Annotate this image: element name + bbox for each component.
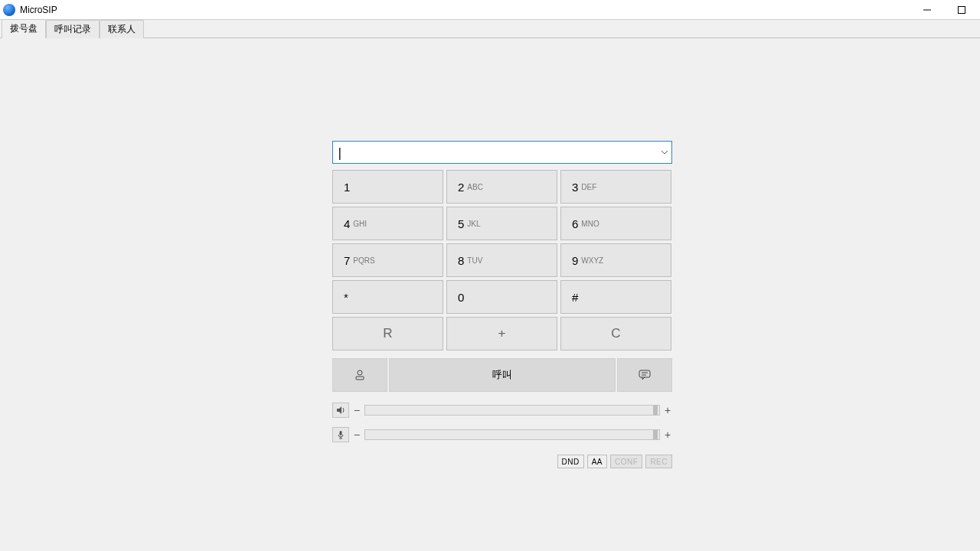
toggle-conf[interactable]: CONF — [610, 455, 642, 468]
key-clear[interactable]: C — [560, 317, 671, 350]
microphone-icon — [336, 430, 345, 439]
text-caret: | — [333, 145, 344, 160]
title-bar: MicroSIP — [0, 0, 980, 20]
speaker-plus[interactable]: + — [663, 404, 672, 416]
key-7[interactable]: 7PQRS — [332, 243, 443, 277]
key-star[interactable]: * — [332, 280, 443, 314]
chevron-down-icon — [662, 151, 668, 155]
key-3[interactable]: 3DEF — [560, 170, 671, 204]
message-button[interactable] — [617, 358, 672, 392]
speaker-slider-thumb[interactable] — [653, 406, 658, 415]
call-button-label: 呼叫 — [492, 368, 512, 382]
dialer-panel: | 1 2ABC 3DEF 4GHI 5JKL 6MNO 7PQRS 8TUV … — [332, 141, 672, 468]
toggle-dnd[interactable]: DND — [557, 455, 584, 468]
toggle-rec[interactable]: REC — [645, 455, 672, 468]
call-button[interactable]: 呼叫 — [389, 358, 616, 392]
svg-point-3 — [358, 370, 362, 375]
tab-label: 呼叫记录 — [54, 24, 91, 34]
key-redial[interactable]: R — [332, 317, 443, 350]
key-6[interactable]: 6MNO — [560, 207, 671, 240]
mic-plus[interactable]: + — [663, 429, 672, 441]
mic-slider[interactable] — [364, 429, 660, 440]
video-call-icon — [354, 370, 366, 380]
window-title: MicroSIP — [20, 5, 910, 15]
call-row: 呼叫 — [332, 358, 672, 392]
mic-slider-thumb[interactable] — [653, 430, 658, 439]
mic-volume-row: − + — [332, 427, 672, 442]
tab-call-log[interactable]: 呼叫记录 — [46, 20, 100, 38]
svg-rect-4 — [639, 370, 650, 377]
minimize-icon — [923, 6, 931, 14]
key-hash[interactable]: # — [560, 280, 671, 314]
tab-label: 拨号盘 — [10, 23, 38, 34]
maximize-icon — [958, 6, 965, 14]
message-icon — [639, 370, 651, 380]
key-2[interactable]: 2ABC — [446, 170, 557, 204]
svg-marker-7 — [337, 406, 341, 414]
dial-input[interactable]: | — [332, 141, 672, 164]
tab-dialpad[interactable]: 拨号盘 — [2, 19, 46, 38]
keypad: 1 2ABC 3DEF 4GHI 5JKL 6MNO 7PQRS 8TUV 9W… — [332, 170, 672, 350]
app-icon — [3, 4, 15, 16]
tab-contacts[interactable]: 联系人 — [100, 20, 144, 38]
key-4[interactable]: 4GHI — [332, 207, 443, 240]
toggle-row: DND AA CONF REC — [332, 455, 672, 468]
tab-label: 联系人 — [108, 24, 136, 34]
speaker-minus[interactable]: − — [352, 404, 361, 416]
key-1[interactable]: 1 — [332, 170, 443, 204]
key-8[interactable]: 8TUV — [446, 243, 557, 277]
svg-rect-2 — [356, 377, 364, 380]
speaker-mute-button[interactable] — [332, 403, 349, 418]
content-area: | 1 2ABC 3DEF 4GHI 5JKL 6MNO 7PQRS 8TUV … — [0, 38, 980, 551]
key-0[interactable]: 0 — [446, 280, 557, 314]
key-plus[interactable]: + — [446, 317, 557, 350]
mic-minus[interactable]: − — [352, 429, 361, 441]
mic-mute-button[interactable] — [332, 427, 349, 442]
toggle-aa[interactable]: AA — [587, 455, 607, 468]
speaker-volume-row: − + — [332, 403, 672, 418]
tab-strip: 拨号盘 呼叫记录 联系人 — [0, 20, 980, 38]
dial-history-dropdown[interactable] — [658, 142, 671, 163]
key-5[interactable]: 5JKL — [446, 207, 557, 240]
speaker-icon — [336, 406, 345, 415]
video-call-button[interactable] — [332, 358, 387, 392]
speaker-slider[interactable] — [364, 405, 660, 416]
svg-rect-8 — [340, 431, 342, 435]
svg-rect-1 — [958, 6, 965, 13]
maximize-button[interactable] — [944, 0, 978, 20]
minimize-button[interactable] — [910, 0, 944, 20]
key-9[interactable]: 9WXYZ — [560, 243, 671, 277]
